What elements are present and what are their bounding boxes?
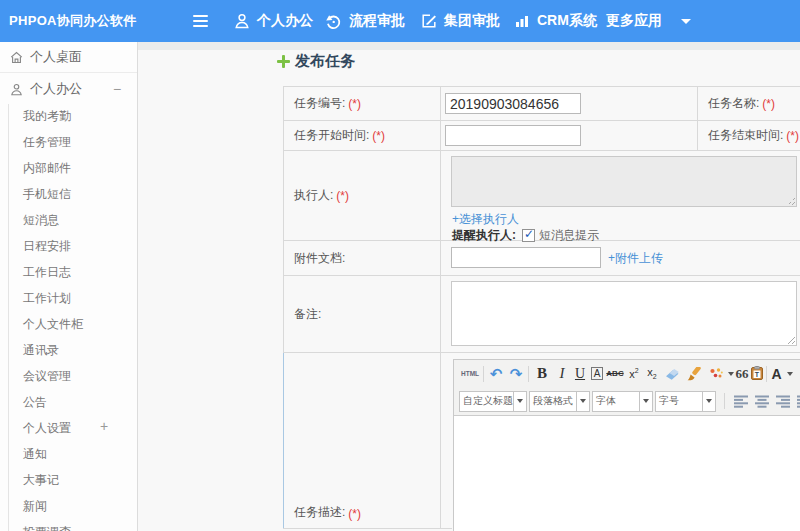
boxed-a-icon[interactable]: A: [589, 364, 605, 384]
task-name-label: 任务名称:(*): [697, 87, 800, 120]
executor-label: 执行人:(*): [284, 151, 441, 240]
sidebar-item[interactable]: 工作日志: [23, 264, 71, 281]
sidebar-item[interactable]: 工作计划: [23, 290, 71, 307]
sidebar-item[interactable]: 手机短信: [23, 186, 71, 203]
start-time-label: 任务开始时间:(*): [284, 121, 441, 150]
editor-toolbar-row2: 自定义标题段落格式字体字号: [454, 387, 800, 415]
attachment-input[interactable]: [451, 247, 601, 268]
resize-grip-icon[interactable]: [788, 198, 795, 205]
toolbar-separator: [766, 366, 767, 382]
resize-grip-icon[interactable]: [788, 337, 795, 344]
task-form: 任务编号:(*) 任务名称:(*) 任务开始时间:(*) 任务结束时间:(*) …: [283, 86, 800, 528]
sidebar-item[interactable]: 会议管理: [23, 368, 71, 385]
redo-icon[interactable]: ↷: [506, 364, 526, 384]
memo-label: 备注:: [284, 276, 441, 352]
sidebar-item[interactable]: 投票调查: [23, 524, 71, 531]
caret-down-icon[interactable]: [513, 392, 526, 411]
sidebar-item[interactable]: 大事记: [23, 472, 59, 489]
dropdown-label: 字体: [593, 392, 639, 411]
caret-small[interactable]: [727, 364, 735, 384]
bold-icon[interactable]: B: [531, 364, 553, 384]
memo-textarea[interactable]: [451, 281, 797, 346]
menu-toggle-icon[interactable]: [193, 15, 208, 27]
sidebar-item[interactable]: 我的考勤: [23, 108, 71, 125]
nav-item-2[interactable]: 流程审批: [325, 0, 405, 42]
nav-item-1[interactable]: 个人办公: [234, 0, 313, 42]
editor-dropdown-2[interactable]: 段落格式: [529, 391, 590, 412]
start-time-input[interactable]: [445, 125, 581, 146]
sidebar-item[interactable]: 通讯录: [23, 342, 59, 359]
caret-down-icon: [681, 19, 691, 24]
caret-down-icon[interactable]: [639, 392, 652, 411]
caret-down-icon[interactable]: [702, 392, 715, 411]
page-title: 发布任务: [277, 52, 355, 71]
align-center-icon[interactable]: [752, 391, 773, 411]
superscript-icon[interactable]: x2: [625, 364, 643, 384]
nav-label: 集团审批: [444, 12, 500, 30]
undo-icon[interactable]: ↶: [486, 364, 506, 384]
chart-icon: [514, 13, 530, 29]
editor-dropdown-1[interactable]: 自定义标题: [459, 391, 527, 412]
palette-icon[interactable]: [705, 364, 727, 384]
dropdown-label: 字号: [656, 392, 702, 411]
sidebar-item-label: 个人办公: [30, 80, 82, 98]
sidebar-item[interactable]: 新闻: [23, 498, 47, 515]
strikethrough-icon[interactable]: ABC: [605, 364, 625, 384]
nav-label: CRM系统: [537, 12, 597, 30]
tree-guide-line: [8, 104, 9, 531]
form-row-task-no: 任务编号:(*) 任务名称:(*): [283, 87, 800, 121]
nav-label: 更多应用: [606, 12, 662, 30]
editor-dropdown-4[interactable]: 字号: [655, 391, 716, 412]
executor-textarea[interactable]: [451, 156, 797, 207]
italic-icon[interactable]: I: [553, 364, 571, 384]
nav-item-5[interactable]: 更多应用: [606, 0, 691, 42]
attachment-upload-link[interactable]: +附件上传: [608, 250, 663, 267]
page-title-text: 发布任务: [295, 52, 355, 71]
sidebar-item[interactable]: 个人文件柜: [23, 316, 83, 333]
home-icon: [10, 51, 25, 64]
collapse-icon[interactable]: −: [113, 81, 121, 97]
sidebar-item[interactable]: 公告: [23, 394, 47, 411]
sidebar-item[interactable]: 短消息: [23, 212, 59, 229]
select-executor-link[interactable]: +选择执行人: [452, 211, 519, 228]
svg-text:T: T: [754, 371, 759, 378]
sidebar-item-personal-office[interactable]: 个人办公 −: [0, 74, 137, 104]
sidebar-item[interactable]: 通知: [23, 446, 47, 463]
nav-item-4[interactable]: CRM系统: [514, 0, 597, 42]
history-icon: [325, 13, 342, 30]
align-left-icon[interactable]: [731, 391, 752, 411]
expand-icon[interactable]: +: [100, 418, 108, 434]
main-content: 发布任务 任务编号:(*) 任务名称:(*) 任务开始时间:(*) 任务结束时间…: [138, 50, 800, 531]
nav-label: 流程审批: [349, 12, 405, 30]
sidebar-item-label: 个人桌面: [30, 48, 82, 66]
html-source-icon[interactable]: HTML: [459, 364, 481, 384]
sidebar-item[interactable]: 内部邮件: [23, 160, 71, 177]
eraser-icon[interactable]: [661, 364, 683, 384]
font-color-icon[interactable]: A: [769, 364, 795, 384]
dropdown-label: 自定义标题: [460, 392, 513, 411]
underline-icon[interactable]: U: [571, 364, 589, 384]
paste-icon[interactable]: T: [749, 364, 764, 384]
editor-dropdown-3[interactable]: 字体: [592, 391, 653, 412]
quote-icon[interactable]: 66: [735, 364, 749, 384]
editor-toolbar-row1: HTML↶↷BIUAABCx2x266TA: [454, 360, 800, 387]
form-row-executor: 执行人:(*) +选择执行人 提醒执行人: ✓ 短消息提示: [283, 151, 800, 241]
align-right-icon[interactable]: [773, 391, 794, 411]
sidebar-item[interactable]: 个人设置: [23, 420, 71, 437]
edit-icon: [421, 13, 437, 29]
top-bar: PHPOA协同办公软件 个人办公流程审批集团审批CRM系统更多应用: [0, 0, 800, 42]
form-row-attachment: 附件文档: +附件上传: [283, 241, 800, 276]
task-no-input[interactable]: [445, 93, 581, 114]
subscript-icon[interactable]: x2: [643, 364, 661, 384]
rich-text-editor: HTML↶↷BIUAABCx2x266TA 自定义标题段落格式字体字号: [453, 359, 800, 531]
editor-content[interactable]: [454, 415, 800, 531]
nav-item-3[interactable]: 集团审批: [421, 0, 500, 42]
sidebar-item[interactable]: 任务管理: [23, 134, 71, 151]
caret-down-icon[interactable]: [576, 392, 589, 411]
sidebar-item[interactable]: 日程安排: [23, 238, 71, 255]
form-row-description: 任务描述:(*) HTML↶↷BIUAABCx2x266TA 自定义标题段落格式…: [283, 353, 800, 528]
align-justify-icon[interactable]: [794, 391, 800, 411]
row-border: [283, 528, 452, 529]
sidebar-item-desktop[interactable]: 个人桌面: [0, 42, 137, 73]
brush-icon[interactable]: [683, 364, 705, 384]
